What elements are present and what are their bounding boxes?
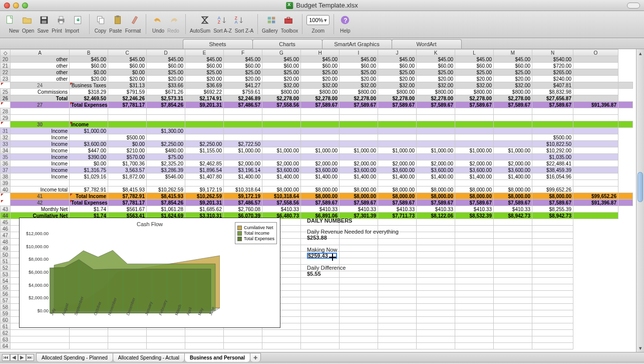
cell[interactable] xyxy=(185,330,224,336)
row-header[interactable]: 33 xyxy=(1,141,11,147)
cell[interactable] xyxy=(301,323,340,330)
cell[interactable] xyxy=(573,108,618,115)
minimize-window-button[interactable] xyxy=(13,3,19,9)
cell[interactable]: $500.00 xyxy=(108,134,147,141)
cell[interactable]: $20.00 xyxy=(262,76,301,82)
cell[interactable]: $3,600.00 xyxy=(70,141,108,147)
cell[interactable] xyxy=(494,245,532,252)
cell[interactable] xyxy=(573,121,618,128)
cell[interactable] xyxy=(494,336,532,343)
cell[interactable] xyxy=(573,206,618,213)
cell[interactable] xyxy=(455,245,494,252)
cell[interactable] xyxy=(494,297,532,304)
cell[interactable] xyxy=(455,134,494,141)
cell[interactable] xyxy=(224,121,262,128)
cell[interactable]: $99,652.26 xyxy=(532,187,573,193)
cell[interactable]: $1,000.00 xyxy=(455,147,494,154)
cell[interactable] xyxy=(147,330,185,336)
cell[interactable] xyxy=(573,167,618,173)
cell[interactable]: $2,278.00 xyxy=(340,95,378,102)
cell[interactable] xyxy=(455,291,494,297)
cell[interactable]: $1,000.00 xyxy=(224,147,262,154)
cell[interactable] xyxy=(301,128,340,134)
column-header-M[interactable]: M xyxy=(494,50,532,56)
cell[interactable] xyxy=(455,239,494,245)
cell[interactable] xyxy=(224,128,262,134)
column-header-K[interactable]: K xyxy=(417,50,455,56)
cell[interactable] xyxy=(11,330,70,336)
column-header-L[interactable]: L xyxy=(455,50,494,56)
cell[interactable]: $8,942.73 xyxy=(532,213,573,219)
cell[interactable] xyxy=(494,226,532,232)
cell[interactable]: $2,000.00 xyxy=(262,160,301,167)
cell[interactable] xyxy=(573,115,618,121)
toolbox-button[interactable] xyxy=(281,13,295,27)
cell[interactable]: $800.00 xyxy=(340,89,378,95)
cell[interactable]: $3,600.00 xyxy=(455,167,494,173)
cell[interactable]: $1,872.00 xyxy=(108,173,147,180)
cell[interactable] xyxy=(147,336,185,343)
row-header[interactable]: 20 xyxy=(1,56,11,63)
tab-sheets[interactable]: Sheets xyxy=(183,39,253,49)
cell[interactable] xyxy=(108,115,147,121)
cell[interactable]: $546.00 xyxy=(147,173,185,180)
cell[interactable]: $1,000.00 xyxy=(301,147,340,154)
table-row[interactable]: 34Income$447.00$210.00$480.00$1,155.00$1… xyxy=(1,147,633,154)
cell[interactable] xyxy=(532,180,573,187)
cell[interactable]: $3,600.00 xyxy=(262,167,301,173)
cell[interactable]: $60.00 xyxy=(185,63,224,69)
print-button[interactable] xyxy=(54,13,68,27)
cell[interactable] xyxy=(455,271,494,278)
cell[interactable]: $2,722.50 xyxy=(224,141,262,147)
cell[interactable]: $561.67 xyxy=(108,206,147,213)
cell[interactable] xyxy=(417,304,455,310)
cell[interactable] xyxy=(494,219,532,226)
cell[interactable]: $7,782.91 xyxy=(108,193,147,200)
cell[interactable] xyxy=(301,121,340,128)
cell[interactable] xyxy=(618,82,633,89)
cell[interactable]: $800.00 xyxy=(494,89,532,95)
row-label[interactable] xyxy=(11,180,70,187)
cell[interactable] xyxy=(224,180,262,187)
cell[interactable] xyxy=(340,115,378,121)
scroll-up-button[interactable]: ▴ xyxy=(636,49,644,57)
table-row[interactable]: 20other$45.00$45.00$45.00$45.00$45.00$45… xyxy=(1,56,633,63)
cell[interactable]: $2,278.00 xyxy=(301,95,340,102)
cell[interactable] xyxy=(455,284,494,291)
cell[interactable] xyxy=(70,180,108,187)
cell[interactable] xyxy=(185,115,224,121)
row-header[interactable]: 42 xyxy=(11,200,70,206)
cell[interactable]: $10,292.00 xyxy=(532,147,573,154)
cell[interactable]: $2,246.89 xyxy=(224,95,262,102)
cell[interactable] xyxy=(108,128,147,134)
cell[interactable]: $1,035.00 xyxy=(532,154,573,160)
cell[interactable]: $2,278.00 xyxy=(262,95,301,102)
cell[interactable]: $1,400.00 xyxy=(417,173,455,180)
sort-za-button[interactable]: ZA xyxy=(232,13,246,27)
cell[interactable] xyxy=(532,245,573,252)
cell[interactable] xyxy=(378,284,417,291)
cell[interactable] xyxy=(417,141,455,147)
cell[interactable] xyxy=(378,108,417,115)
autosum-button[interactable] xyxy=(198,13,212,27)
cell[interactable]: $2,000.00 xyxy=(417,160,455,167)
cell[interactable] xyxy=(378,154,417,160)
cell[interactable]: $1,061.28 xyxy=(147,206,185,213)
cell[interactable]: $41.27 xyxy=(224,82,262,89)
cell[interactable]: $60.00 xyxy=(417,63,455,69)
cell[interactable] xyxy=(108,343,147,349)
cell[interactable]: $500.00 xyxy=(532,134,573,141)
cell[interactable] xyxy=(573,213,618,219)
table-row[interactable]: 35Income$390.00$570.00$75.00$1,035.00 xyxy=(1,154,633,160)
cell[interactable] xyxy=(573,95,618,102)
cell[interactable]: $2,246.26 xyxy=(108,95,147,102)
cell[interactable] xyxy=(262,141,301,147)
cell[interactable]: $1,400.00 xyxy=(262,173,301,180)
table-row[interactable]: 30Income xyxy=(1,121,633,128)
row-label[interactable]: Income total xyxy=(11,187,70,193)
cell[interactable]: $3,286.39 xyxy=(147,167,185,173)
cell[interactable] xyxy=(301,115,340,121)
redo-button[interactable] xyxy=(167,13,181,27)
table-row[interactable]: 42Total Expenses$7,781.17$7,854.26$9,201… xyxy=(1,200,633,206)
cell[interactable]: $2,573.31 xyxy=(147,95,185,102)
